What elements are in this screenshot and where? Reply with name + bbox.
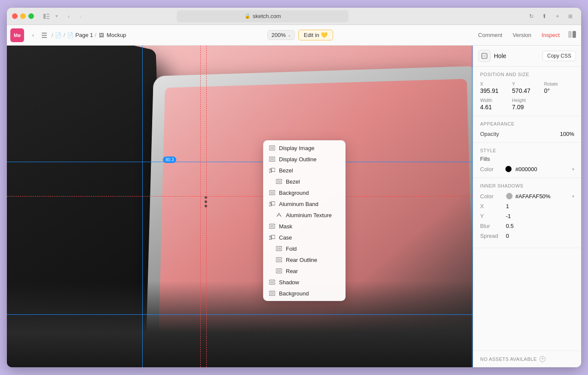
menu-item-aluminum-band[interactable]: Aluminum Band <box>263 198 345 209</box>
group-icon-3 <box>269 234 276 241</box>
color-swatch[interactable] <box>505 166 512 172</box>
back-button[interactable]: ‹ <box>63 11 74 22</box>
layer-icon-5 <box>276 245 282 252</box>
svg-rect-23 <box>270 225 274 227</box>
svg-rect-8 <box>573 31 576 38</box>
sep2: / <box>64 32 65 38</box>
zoom-value: 200% <box>271 32 285 38</box>
zoom-chevron-icon: ⌄ <box>288 33 291 37</box>
menu-label: Display Image <box>279 145 314 151</box>
width-value: 4.61 <box>480 104 510 111</box>
menu-item-display-image[interactable]: Display Image <box>263 142 345 154</box>
color-dropdown-arrow[interactable]: ▾ <box>572 167 574 172</box>
menu-label: Case <box>279 234 292 241</box>
zoom-control[interactable]: 200% ⌄ <box>267 30 294 40</box>
split-view-button[interactable] <box>567 29 578 41</box>
menu-item-rear-outline[interactable]: Rear Outline <box>263 254 345 265</box>
svg-rect-27 <box>277 247 281 250</box>
pos-size-label: POSITION AND SIZE <box>480 72 574 77</box>
style-label: STYLE <box>480 148 574 153</box>
is-color-arrow[interactable]: ▾ <box>572 194 574 199</box>
canvas-area[interactable]: 80.3 Display Image Display Outline <box>7 46 473 367</box>
comment-tab[interactable]: Comment <box>475 30 505 40</box>
layer-icon-8 <box>269 279 276 286</box>
menu-item-fold[interactable]: Fold <box>263 243 345 254</box>
x-field: X 395.91 <box>480 81 510 94</box>
y-field: Y 570.47 <box>512 81 542 94</box>
minimize-button[interactable] <box>20 13 26 19</box>
copy-css-button[interactable]: Copy CSS <box>542 51 576 61</box>
width-label: Width <box>480 98 510 103</box>
is-x-value: 1 <box>506 203 509 209</box>
tabs-button[interactable]: ⊞ <box>565 11 576 22</box>
menu-item-rear[interactable]: Rear <box>263 265 345 277</box>
panel-top-bar: Hole Copy CSS <box>473 46 581 67</box>
inner-shadows-section: Inner Shadows Color #AFAFAF50% ▾ X 1 Y -… <box>473 178 581 248</box>
inspect-tab[interactable]: Inspect <box>538 30 563 40</box>
svg-rect-2 <box>46 16 49 17</box>
sidebar-toggle-button[interactable] <box>41 11 52 22</box>
menu-item-bezel-group[interactable]: Bezel <box>263 165 345 176</box>
position-size-section: POSITION AND SIZE X 395.91 Y 570.47 Rota… <box>473 67 581 116</box>
page-name: Page 1 <box>75 32 93 38</box>
layer-icon-3 <box>276 178 282 185</box>
forward-button[interactable]: › <box>75 11 86 22</box>
guide-line-h1 <box>7 196 473 197</box>
hole-icon-button[interactable] <box>478 50 490 62</box>
mask-icon <box>269 223 276 230</box>
version-tab[interactable]: Version <box>509 30 535 40</box>
hole-label: Hole <box>494 52 539 59</box>
menu-item-bezel-inner[interactable]: Bezel <box>263 176 345 187</box>
layer-icon-2 <box>269 156 276 163</box>
pos-size-grid: X 395.91 Y 570.47 Rotate 0° Width 4.61 <box>480 81 574 111</box>
appearance-label: APPEARANCE <box>480 121 574 126</box>
maximize-button[interactable] <box>28 13 34 19</box>
share-button[interactable]: ⬆ <box>539 11 550 22</box>
is-blur-row: Blur 0.5 <box>480 223 574 229</box>
appearance-section: APPEARANCE Opacity 100% <box>473 116 581 143</box>
menu-item-shadow[interactable]: Shadow <box>263 277 345 288</box>
is-color-row: Color #AFAFAF50% ▾ <box>480 193 574 200</box>
is-blur-value: 0.5 <box>506 223 514 229</box>
is-color-label: Color <box>480 193 506 200</box>
menu-label: Display Outline <box>279 156 316 163</box>
breadcrumb: / 📄 / 📄 Page 1 / 🖼 Mockup <box>39 30 126 41</box>
svg-rect-5 <box>42 35 47 36</box>
selection-line-left <box>142 46 143 367</box>
svg-rect-6 <box>42 37 47 38</box>
svg-rect-33 <box>270 281 274 283</box>
reload-button[interactable]: ↻ <box>526 11 537 22</box>
context-menu[interactable]: Display Image Display Outline Bezel <box>263 140 346 301</box>
group-icon <box>269 167 276 174</box>
inner-shadows-header: Inner Shadows <box>480 183 574 188</box>
fills-label: Fills <box>480 156 574 162</box>
svg-rect-7 <box>568 31 572 38</box>
svg-rect-24 <box>269 236 272 240</box>
edit-in-button[interactable]: Edit in 💛 <box>298 30 334 40</box>
color-value: #000000 <box>515 166 569 172</box>
menu-item-display-outline[interactable]: Display Outline <box>263 154 345 165</box>
close-button[interactable] <box>12 13 18 19</box>
nav-back-button[interactable]: ‹ <box>28 30 39 41</box>
is-color-swatch[interactable] <box>506 193 513 200</box>
menu-item-background[interactable]: Background <box>263 187 345 198</box>
menu-item-background-2[interactable]: Background <box>263 288 345 299</box>
address-bar[interactable]: 🔒 sketch.com <box>177 10 349 22</box>
is-color-opacity: 50% <box>539 193 551 200</box>
is-blur-label: Blur <box>480 223 506 229</box>
menu-label: Background <box>279 190 309 196</box>
guide-line-v2 <box>206 46 207 367</box>
menu-item-mask[interactable]: Mask <box>263 221 345 232</box>
menu-item-aluminium-texture[interactable]: Aluminium Texture <box>263 209 345 221</box>
is-x-label: X <box>480 203 506 209</box>
new-tab-button[interactable]: + <box>552 11 563 22</box>
svg-rect-35 <box>270 292 274 295</box>
x-label: X <box>480 81 510 86</box>
menu-item-case-group[interactable]: Case <box>263 232 345 243</box>
home-button[interactable] <box>39 30 50 41</box>
svg-rect-4 <box>42 33 47 34</box>
height-value: 7.09 <box>512 104 542 111</box>
url-text: sketch.com <box>253 13 281 19</box>
x-value: 395.91 <box>480 87 510 94</box>
help-icon[interactable]: ? <box>539 356 545 362</box>
